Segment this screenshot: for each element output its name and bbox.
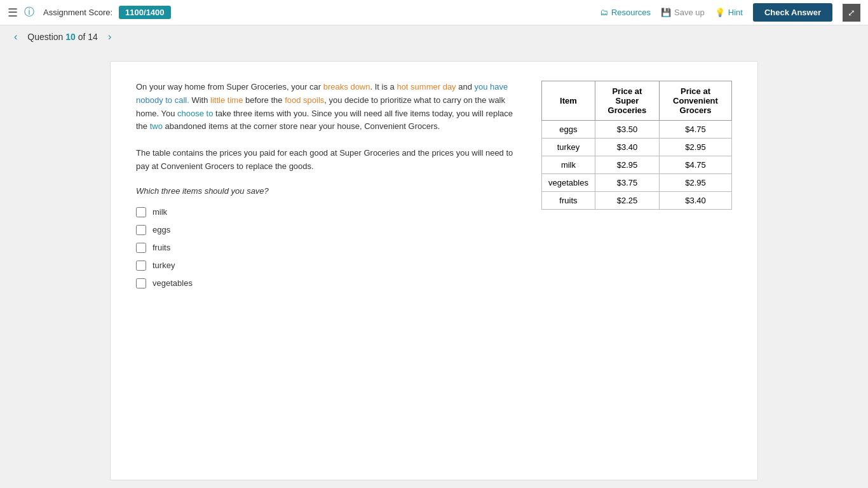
checkbox-milk[interactable] [136,207,146,217]
table-row: milk$2.95$4.75 [542,156,732,174]
checkbox-item-vegetables[interactable]: vegetables [136,278,516,288]
save-label: Save up [674,8,705,17]
score-label: Assignment Score: [43,8,112,17]
info-icon[interactable]: ⓘ [24,6,34,19]
table-header: Price at Convenient Grocers [660,81,732,121]
resources-button[interactable]: 🗂 Resources [600,8,651,17]
table-row: turkey$3.40$2.95 [542,139,732,156]
options-group: milkeggsfruitsturkeyvegetables [136,207,516,288]
hint-button[interactable]: 💡 Hint [715,8,743,17]
table-row: fruits$2.25$3.40 [542,192,732,210]
checkbox-item-milk[interactable]: milk [136,207,516,217]
checkbox-turkey[interactable] [136,261,146,271]
table-header: Item [542,81,595,121]
passage-paragraph2: The table contains the prices you paid f… [136,147,516,173]
checkbox-item-fruits[interactable]: fruits [136,243,516,253]
score-badge: 1100/1400 [119,6,170,19]
save-icon: 💾 [661,8,671,17]
checkbox-vegetables[interactable] [136,278,146,288]
hint-label: Hint [728,8,743,17]
hint-icon: 💡 [715,8,725,17]
save-button[interactable]: 💾 Save up [661,8,705,17]
checkbox-label-turkey: turkey [153,261,175,270]
checkbox-label-eggs: eggs [153,225,170,234]
checkbox-item-turkey[interactable]: turkey [136,261,516,271]
table-row: vegetables$3.75$2.95 [542,174,732,192]
resources-icon: 🗂 [600,8,608,17]
topbar: ☰ ⓘ Assignment Score: 1100/1400 🗂 Resour… [0,0,868,25]
checkbox-label-fruits: fruits [153,243,170,252]
passage-text: On your way home from Super Groceries, y… [136,81,516,173]
question-text: Which three items should you save? [136,186,516,196]
resources-label: Resources [611,8,651,17]
checkbox-label-vegetables: vegetables [153,278,193,288]
topbar-right: 🗂 Resources 💾 Save up 💡 Hint Check Answe… [600,3,860,22]
prev-question-arrow[interactable]: ‹ [10,30,21,44]
left-column: On your way home from Super Groceries, y… [136,81,516,288]
main-content: On your way home from Super Groceries, y… [0,48,868,488]
table-header: Price at Super Groceries [595,81,659,121]
menu-icon[interactable]: ☰ [8,6,18,20]
checkbox-item-eggs[interactable]: eggs [136,225,516,235]
fullscreen-button[interactable]: ⤢ [843,4,860,22]
navbar: ‹ Question 10 of 14 › [0,25,868,48]
checkbox-label-milk: milk [153,207,167,217]
content-card: On your way home from Super Groceries, y… [110,61,758,480]
table-row: eggs$3.50$4.75 [542,121,732,139]
price-table: ItemPrice at Super GroceriesPrice at Con… [541,81,732,210]
checkbox-fruits[interactable] [136,243,146,253]
question-progress: Question 10 of 14 [27,32,98,42]
check-answer-button[interactable]: Check Answer [753,3,832,22]
checkbox-eggs[interactable] [136,225,146,235]
next-question-arrow[interactable]: › [104,30,115,44]
right-column: ItemPrice at Super GroceriesPrice at Con… [541,81,732,288]
content-inner: On your way home from Super Groceries, y… [136,81,732,288]
